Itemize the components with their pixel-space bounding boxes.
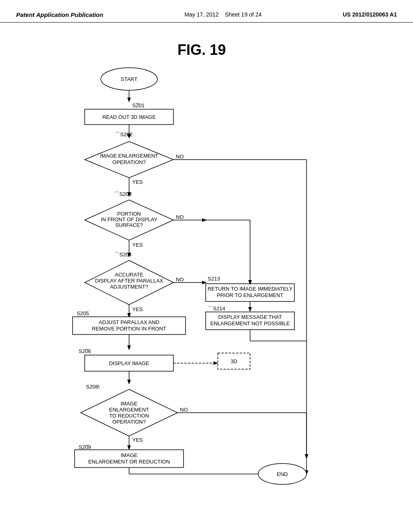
- end-label: END: [277, 471, 288, 477]
- yes1-label: YES: [132, 179, 143, 185]
- no2-label: NO: [176, 214, 184, 220]
- no1-label: NO: [176, 154, 184, 160]
- s209-line1: IMAGE: [121, 452, 138, 458]
- s204-label: ⌒S204: [114, 251, 131, 258]
- s205-line1: ADJUST PARALLAX AND: [99, 319, 160, 325]
- s213-label: S213: [208, 276, 220, 282]
- header-left-text: Patent Application Publication: [16, 11, 103, 18]
- diamond-s203-line2: IN FRONT OF DISPLAY: [101, 216, 158, 222]
- s213-line2: PRIOR TO ENLARGEMENT: [217, 292, 284, 298]
- diamond-s204-line3: ADJUSTMENT?: [110, 284, 148, 290]
- s214-line1: DISPLAY MESSAGE THAT: [218, 314, 282, 320]
- s203-label: ⌒S203: [114, 191, 131, 197]
- read-3d-label: READ OUT 3D IMAGE: [102, 114, 156, 120]
- yes2-label: YES: [132, 242, 143, 248]
- header-right-text: US 2012/0120063 A1: [343, 11, 397, 18]
- figure-title: FIG. 19: [177, 42, 226, 58]
- diamond-s208-line2: ENLARGEMENT: [109, 407, 149, 413]
- diamond-s204-line1: ACCURATE: [115, 272, 144, 278]
- diamond-s203-line3: SURFACE?: [115, 222, 143, 228]
- s214-line2: ENLARGEMENT NOT POSSIBLE: [210, 320, 290, 326]
- flowchart-svg: FIG. 19 START S201 ⌒ READ OUT 3D IMAGE ⌒…: [0, 23, 413, 506]
- page: Patent Application Publication May 17, 2…: [0, 0, 413, 532]
- 3d-label: 3D: [231, 358, 238, 364]
- page-header: Patent Application Publication May 17, 2…: [0, 0, 413, 23]
- s209-curve: ⌒: [85, 444, 90, 450]
- diamond-s202-line1: IMAGE ENLARGEMENT: [100, 153, 159, 159]
- header-center-text: May 17, 2012 Sheet 19 of 24: [184, 11, 261, 18]
- s206-curve: ⌒: [85, 348, 90, 354]
- display-image-label: DISPLAY IMAGE: [109, 360, 149, 366]
- s209-line2: ENLARGEMENT OR REDUCTION: [88, 459, 170, 465]
- diamond-s208-line1: IMAGE: [121, 401, 138, 407]
- diagram-area: FIG. 19 START S201 ⌒ READ OUT 3D IMAGE ⌒…: [0, 23, 413, 506]
- s202-label: ⌒S202: [115, 131, 132, 137]
- no4-label: NO: [180, 407, 188, 413]
- s201-curve: ⌒: [135, 102, 140, 108]
- no3-label: NO: [176, 276, 184, 283]
- diamond-s208-line3: TO REDUCTION: [109, 413, 149, 419]
- s205-line2: REMOVE PORTION IN FRONT: [92, 326, 166, 332]
- s213-line1: RETURN TO IMAGE IMMEDIATELY: [208, 286, 293, 292]
- diamond-s204-line2: DISPLAY AFTER PARALLAX: [95, 278, 163, 284]
- diamond-s203-line1: PORTION: [117, 211, 141, 217]
- s208-label: S208\: [86, 384, 100, 390]
- diamond-s208-line4: OPERATION?: [113, 419, 146, 425]
- yes4-label: YES: [132, 437, 143, 443]
- start-label: START: [121, 76, 137, 82]
- diamond-s202-line2: OPERATION?: [113, 159, 146, 165]
- s214-label: ⌒S214: [208, 305, 225, 312]
- s205-label: S205: [77, 310, 89, 316]
- yes3-label: YES: [132, 306, 143, 312]
